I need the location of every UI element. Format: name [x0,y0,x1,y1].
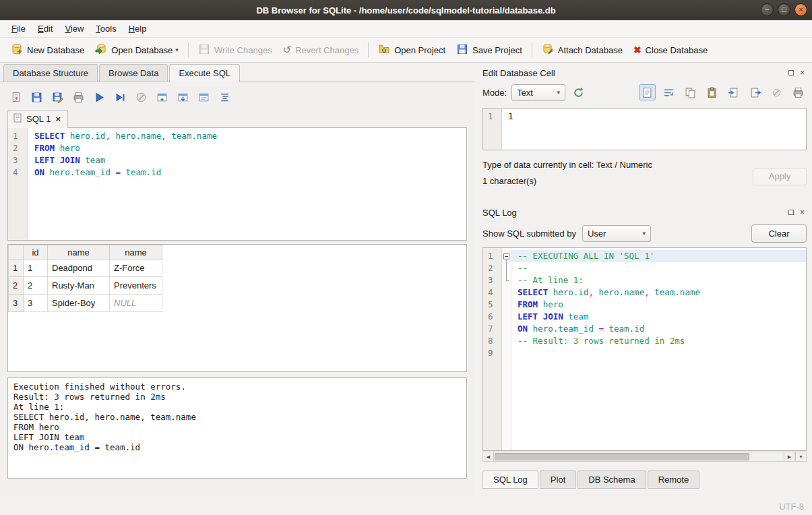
results-column-header[interactable]: id [24,245,48,260]
scrollbar-track[interactable] [494,452,784,462]
sql-log-float-icon[interactable] [786,208,795,217]
scroll-right-icon[interactable]: ▶ [784,452,795,462]
results-grid[interactable]: idnamename11DeadpondZ-Force22Rusty-ManPr… [7,244,467,372]
sql-log-filter-select[interactable]: User ▾ [582,225,651,242]
code-line: ON hero.team_id = team.id [34,166,466,179]
tab-db-schema[interactable]: DB Schema [577,471,646,489]
paste-icon[interactable] [704,84,720,100]
print-icon[interactable] [70,89,87,105]
save-as-view-icon[interactable] [195,89,212,105]
close-database-icon: ✖ [633,44,642,55]
auto-switch-mode-icon[interactable] [570,84,587,100]
export-results-icon[interactable] [175,89,191,105]
edit-cell-float-icon[interactable] [786,69,795,78]
menu-help[interactable]: Help [123,22,153,36]
format-sql-icon[interactable] [216,89,233,105]
sql-log-view[interactable]: 123456789 -- EXECUTING ALL IN 'SQL 1'---… [482,247,807,451]
import-cell-icon[interactable] [725,84,742,100]
toolbar-separator [368,42,369,57]
code-line: FROM hero [518,299,806,311]
left-pane: Database Structure Browse Data Execute S… [0,63,474,497]
table-cell[interactable]: Z-Force [110,260,162,277]
table-cell[interactable]: 3 [24,295,48,312]
menu-view[interactable]: View [59,22,90,36]
menu-edit[interactable]: Edit [32,22,59,36]
edit-cell-close-icon[interactable]: × [798,69,807,78]
open-project-button[interactable]: Open Project [373,40,451,60]
attach-database-button[interactable]: Attach Database [536,40,628,60]
close-button[interactable]: × [794,3,807,16]
sql-tab-bar: SQL 1 × [7,109,467,127]
execute-all-icon[interactable] [91,89,108,105]
execute-current-line-icon[interactable] [112,89,129,105]
scroll-down-icon[interactable]: ▼ [795,452,807,462]
save-sql-file-icon[interactable] [28,89,45,105]
table-row[interactable]: 33Spider-BoyNULL [9,295,162,312]
sql-editor-gutter: 1234 [8,128,28,240]
tab-execute-sql[interactable]: Execute SQL [169,64,240,82]
row-number[interactable]: 3 [9,295,24,312]
table-cell[interactable]: 1 [24,260,48,277]
table-cell[interactable]: Rusty-Man [48,277,110,295]
copy-icon[interactable] [682,84,699,100]
save-project-button[interactable]: Save Project [451,40,528,60]
cell-editor-content[interactable]: 1 [502,109,806,150]
table-cell[interactable]: Preventers [110,277,162,295]
table-row[interactable]: 22Rusty-ManPreventers [9,277,162,295]
open-query-tab-icon[interactable] [154,89,170,105]
minimize-button[interactable]: − [761,3,774,16]
table-row[interactable]: 11DeadpondZ-Force [9,260,162,277]
sql-tab-close-icon[interactable]: × [55,114,61,124]
execute-sql-panel: SQL 1 × 1234 SELECT hero.id, hero.name, … [0,82,474,497]
scroll-left-icon[interactable]: ◀ [482,452,494,462]
sql-log-filter-label: Show SQL submitted by [482,229,576,239]
tab-browse-data[interactable]: Browse Data [99,64,168,82]
sql-log-content[interactable]: -- EXECUTING ALL IN 'SQL 1'---- At line … [511,248,806,450]
save-sql-as-icon[interactable] [49,89,66,105]
main-tab-bar: Database Structure Browse Data Execute S… [0,63,474,82]
sql-log-hscrollbar[interactable]: ◀ ▶ ▼ [482,452,807,462]
tab-remote[interactable]: Remote [648,471,700,489]
open-sql-file-icon[interactable] [7,89,24,105]
tab-database-structure[interactable]: Database Structure [3,64,98,82]
set-null-icon[interactable] [768,84,785,100]
results-table[interactable]: idnamename11DeadpondZ-Force22Rusty-ManPr… [8,245,162,312]
menu-file[interactable]: File [5,22,32,36]
sql-editor-code[interactable]: SELECT hero.id, hero.name, team.nameFROM… [28,128,466,240]
cell-value-editor[interactable]: 1 1 [482,108,807,150]
fold-collapse-icon[interactable] [503,253,509,260]
mode-select[interactable]: Text ▾ [511,84,565,101]
menu-tools[interactable]: Tools [90,22,122,36]
code-line: -- Result: 3 rows returned in 2ms [518,335,806,347]
export-cell-icon[interactable] [747,84,763,100]
revert-changes-button: ↺ Revert Changes [278,41,365,59]
main-toolbar: New Database Open Database ▾ Write Chang… [0,38,812,63]
sql-log-close-icon[interactable]: × [798,208,807,217]
results-column-header[interactable]: name [110,245,162,260]
sql-log-fold-column[interactable] [502,248,511,450]
text-mode-icon[interactable] [639,84,656,100]
tab-sql-log[interactable]: SQL Log [482,471,538,489]
table-cell[interactable]: 2 [24,277,48,295]
row-number[interactable]: 2 [9,277,24,295]
table-cell[interactable]: Deadpond [48,260,110,277]
print-cell-icon[interactable] [790,84,807,100]
new-database-icon [11,43,23,57]
sql-tab[interactable]: SQL 1 × [7,110,68,128]
row-number[interactable]: 1 [9,260,24,277]
close-database-button[interactable]: ✖ Close Database [628,42,713,58]
open-database-dropdown-icon[interactable]: ▾ [175,47,179,53]
sql-editor[interactable]: 1234 SELECT hero.id, hero.name, team.nam… [7,127,467,241]
apply-button[interactable]: Apply [753,168,807,185]
clear-log-button[interactable]: Clear [751,224,807,243]
table-cell[interactable]: NULL [110,295,162,312]
maximize-button[interactable]: □ [778,3,790,16]
word-wrap-icon[interactable] [660,84,677,100]
execution-message-pane: Execution finished without errors.Result… [7,377,467,479]
new-database-button[interactable]: New Database [5,40,90,60]
open-database-button[interactable]: Open Database ▾ [90,40,184,60]
tab-plot[interactable]: Plot [540,471,576,489]
results-column-header[interactable]: name [48,245,110,260]
scrollbar-thumb[interactable] [495,453,749,460]
table-cell[interactable]: Spider-Boy [48,295,110,312]
